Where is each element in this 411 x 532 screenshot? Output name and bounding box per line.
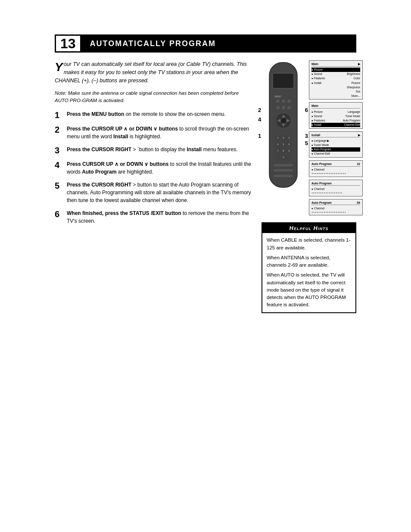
- label-5: 5: [305, 140, 308, 146]
- note-text: Note: Make sure the antenna or cable sig…: [55, 90, 253, 104]
- hints-box: Helpful Hints When CABLE is selected, ch…: [262, 222, 356, 313]
- svg-rect-38: [274, 164, 293, 167]
- screen3-row4: ● Channel Edit: [311, 152, 360, 156]
- hint-3: When AUTO is selected, the TV will autom…: [267, 271, 351, 308]
- left-column: Your TV can automatically set itself for…: [55, 60, 253, 313]
- label-3: 3: [305, 133, 308, 139]
- screen-install: Install▶ ● Language ▶ ● Tuner Mode ● Aut…: [309, 131, 363, 158]
- label-6: 6: [305, 107, 308, 113]
- screen4a-title: Auto Program12: [311, 162, 360, 167]
- step-6: 6 When finished, press the STATUS /EXIT …: [55, 209, 253, 225]
- svg-rect-39: [274, 169, 293, 172]
- hint-2: When ANTENNA is selected, channels 2-69 …: [267, 254, 351, 269]
- screen-autoprog-scan: Auto Program ● Channel ●●●●●●●●●●●●●●●●●…: [309, 180, 363, 196]
- svg-text:9: 9: [288, 149, 290, 152]
- screen1-row1: ● Picture: [311, 68, 360, 72]
- screen2-row4: ● InstallChannel Edit: [311, 123, 360, 127]
- screen4a-channel: ● Channel: [311, 168, 360, 172]
- screen3-row2: ● Tuner Mode: [311, 143, 360, 147]
- svg-point-9: [280, 118, 286, 124]
- diagram-area: 2 4 1 6 3 5: [262, 60, 356, 215]
- step-6-number: 6: [55, 209, 63, 219]
- svg-text:6: 6: [288, 143, 290, 146]
- hints-title: Helpful Hints: [262, 223, 355, 233]
- svg-text:1: 1: [277, 137, 278, 139]
- svg-point-3: [281, 99, 286, 103]
- page-header: 13 Automatically Program: [55, 34, 356, 53]
- screen1-title: Main▶: [311, 62, 360, 67]
- screen4a-dots: ●●●●●●●●●●●●●●●●●●●●: [311, 172, 360, 175]
- step-1: 1 Press the MENU button on the remote to…: [55, 110, 253, 120]
- step-2-number: 2: [55, 125, 63, 134]
- step-1-number: 1: [55, 110, 63, 120]
- svg-text:5: 5: [283, 143, 284, 146]
- screen5-title: Auto Program54: [311, 201, 360, 205]
- screen1-sub3: ● InstallPicture: [311, 81, 360, 85]
- steps-list: 1 Press the MENU button on the remote to…: [55, 110, 253, 225]
- step-5: 5 Press the CURSOR RIGHT > button to sta…: [55, 181, 253, 204]
- screen3-row1: ● Language ▶: [311, 138, 360, 143]
- svg-text:0: 0: [283, 156, 284, 159]
- svg-point-34: [276, 155, 280, 159]
- step-1-text: Press the MENU button on the remote to s…: [67, 110, 226, 118]
- remote-graphic: MENU 1 2 3 4 5 6: [265, 60, 302, 190]
- screen1-sub2: ● FeaturesColor: [311, 76, 360, 81]
- screen2-row2: ● SoundTuner Mode: [311, 114, 360, 118]
- screen2-row1: ● PictureLanguage: [311, 109, 360, 114]
- screen-diagrams: Main▶ ● Picture ● SoundBrightness ● Feat…: [309, 60, 363, 215]
- main-content: Your TV can automatically set itself for…: [55, 60, 356, 313]
- screen1-sub6: More...: [311, 93, 360, 98]
- step-3: 3 Press the CURSOR RIGHT > `button to di…: [55, 146, 253, 155]
- step-3-text: Press the CURSOR RIGHT > `button to disp…: [67, 146, 238, 153]
- screen5-dots: ●●●●●●●●●●●●●●●●●●●●: [311, 210, 360, 214]
- screen-autoprog-54: Auto Program54 ● Channel ●●●●●●●●●●●●●●●…: [309, 199, 363, 216]
- right-column: 2 4 1 6 3 5: [262, 60, 356, 313]
- svg-rect-40: [274, 174, 293, 177]
- step-2-text: Press the CURSOR UP ∧ or DOWN ∨ buttons …: [67, 125, 253, 140]
- screen-main-install: Main ● PictureLanguage ● SoundTuner Mode…: [309, 102, 363, 128]
- step-4-number: 4: [55, 160, 63, 170]
- svg-point-2: [276, 99, 280, 103]
- svg-point-5: [276, 106, 280, 110]
- svg-text:MENU: MENU: [275, 96, 280, 98]
- screen1-sub4: Sharpness: [311, 85, 360, 89]
- label-2: 2: [258, 107, 261, 113]
- step-6-text: When finished, press the STATUS /EXIT bu…: [67, 209, 253, 225]
- svg-point-4: [287, 99, 291, 103]
- screen-autoprog-12: Auto Program12 ● Channel ●●●●●●●●●●●●●●●…: [309, 160, 363, 177]
- step-4-text: Press CURSOR UP ∧ or DOWN ∨ buttons to s…: [67, 160, 253, 176]
- screen4b-dots: ●●●●●●●●●●●●●●●●●●: [311, 191, 360, 195]
- drop-cap: Y: [55, 61, 63, 73]
- hints-content: When CABLE is selected, channels 1-125 a…: [262, 233, 355, 312]
- screen-main-picture: Main▶ ● Picture ● SoundBrightness ● Feat…: [309, 60, 363, 100]
- step-4: 4 Press CURSOR UP ∧ or DOWN ∨ buttons to…: [55, 160, 253, 176]
- page-title: Automatically Program: [81, 34, 356, 53]
- step-2: 2 Press the CURSOR UP ∧ or DOWN ∨ button…: [55, 125, 253, 140]
- chapter-number: 13: [55, 34, 81, 53]
- label-1: 1: [258, 133, 261, 139]
- svg-text:2: 2: [283, 137, 284, 139]
- svg-rect-1: [273, 73, 294, 88]
- svg-text:4: 4: [277, 143, 278, 146]
- step-5-number: 5: [55, 181, 63, 190]
- screen1-sub5: Tint: [311, 89, 360, 93]
- step-3-number: 3: [55, 146, 63, 155]
- page: 13 Automatically Program Your TV can aut…: [55, 34, 356, 313]
- screen3-row3: ● Auto Program: [311, 147, 360, 152]
- intro-paragraph: Your TV can automatically set itself for…: [55, 60, 253, 84]
- screen4b-channel: ● Channel: [311, 187, 360, 191]
- svg-point-6: [281, 106, 286, 110]
- step-5-text: Press the CURSOR RIGHT > button to start…: [67, 181, 253, 204]
- svg-text:8: 8: [283, 149, 284, 152]
- screen2-title: Main: [311, 104, 360, 109]
- hint-1: When CABLE is selected, channels 1-125 a…: [267, 236, 351, 252]
- intro-text: our TV can automatically set itself for …: [55, 61, 247, 84]
- svg-point-7: [287, 106, 291, 110]
- svg-text:3: 3: [288, 137, 290, 139]
- svg-text:7: 7: [277, 149, 278, 152]
- screen2-row3: ● FeaturesAuto Program: [311, 118, 360, 122]
- screen4b-title: Auto Program: [311, 181, 360, 186]
- screen3-title: Install▶: [311, 133, 360, 138]
- screen1-sub1: ● SoundBrightness: [311, 72, 360, 76]
- label-4: 4: [258, 116, 261, 123]
